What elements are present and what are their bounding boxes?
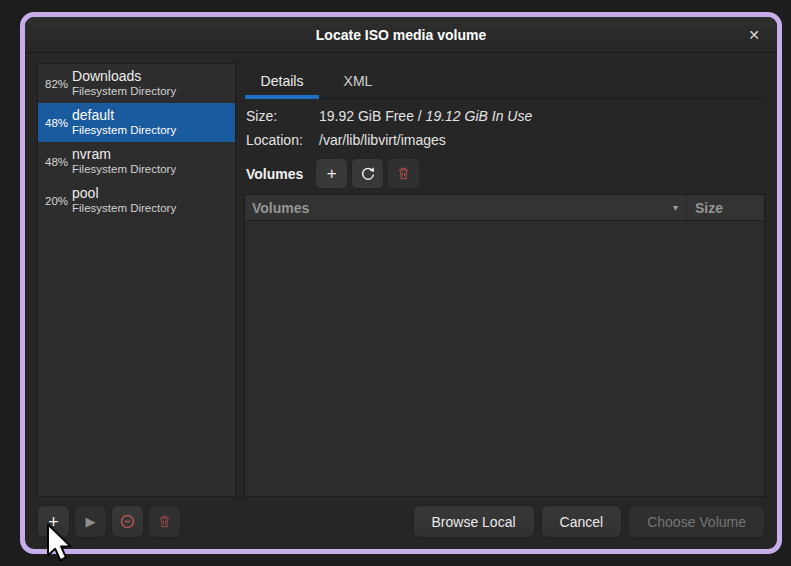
volumes-toolbar: Volumes + [246, 158, 765, 189]
pool-type: Filesystem Directory [72, 202, 176, 216]
refresh-volumes-button[interactable] [351, 158, 384, 189]
pool-row-nvram[interactable]: 48% nvram Filesystem Directory [38, 142, 235, 181]
start-pool-button[interactable]: ▶ [74, 505, 107, 538]
plus-icon: + [327, 165, 337, 182]
cancel-button[interactable]: Cancel [541, 505, 623, 538]
pool-name: Downloads [72, 68, 176, 85]
desktop-background: Locate ISO media volume ✕ 82% Downloads … [0, 0, 791, 566]
pool-row-downloads[interactable]: 82% Downloads Filesystem Directory [38, 64, 235, 103]
pool-type: Filesystem Directory [72, 163, 176, 177]
pool-info: Size: 19.92 GiB Free / 19.12 GiB In Use … [244, 99, 765, 156]
dialog-body: 82% Downloads Filesystem Directory 48% d… [25, 53, 777, 497]
size-row: Size: 19.92 GiB Free / 19.12 GiB In Use [246, 108, 765, 124]
size-label: Size: [246, 108, 319, 124]
dialog-footer: + ▶ [25, 505, 777, 538]
pool-details-panel: Details XML Size: 19.92 GiB Free / 19.12… [244, 63, 765, 497]
pool-usage-percent: 20% [38, 195, 68, 207]
location-value: /var/lib/libvirt/images [319, 132, 446, 148]
pool-type: Filesystem Directory [72, 85, 176, 99]
pool-row-pool[interactable]: 20% pool Filesystem Directory [38, 181, 235, 220]
add-pool-button[interactable]: + [37, 505, 70, 538]
titlebar[interactable]: Locate ISO media volume ✕ [25, 17, 777, 53]
pool-row-default[interactable]: 48% default Filesystem Directory [38, 103, 235, 142]
pool-usage-percent: 48% [38, 117, 68, 129]
tab-details[interactable]: Details [244, 63, 320, 98]
pool-name: nvram [72, 146, 176, 163]
plus-icon: + [48, 513, 59, 531]
location-row: Location: /var/lib/libvirt/images [246, 132, 765, 148]
close-icon[interactable]: ✕ [743, 25, 765, 45]
choose-volume-button[interactable]: Choose Volume [628, 505, 765, 538]
tab-xml[interactable]: XML [320, 63, 396, 98]
sort-descending-icon[interactable]: ▾ [673, 202, 678, 213]
refresh-icon [360, 166, 376, 182]
locate-iso-dialog: Locate ISO media volume ✕ 82% Downloads … [20, 12, 782, 554]
trash-icon [396, 166, 411, 181]
pool-name: pool [72, 185, 176, 202]
trash-icon [157, 514, 172, 529]
pool-name: default [72, 107, 176, 124]
pool-actions: + ▶ [37, 505, 181, 538]
delete-volume-button[interactable] [387, 158, 420, 189]
volumes-heading: Volumes [246, 166, 303, 182]
add-volume-button[interactable]: + [315, 158, 348, 189]
details-tab-bar: Details XML [244, 63, 765, 99]
volumes-table-body[interactable] [245, 221, 764, 496]
pool-usage-percent: 82% [38, 78, 68, 90]
column-header-size[interactable]: Size [687, 195, 764, 220]
stop-pool-button[interactable] [111, 505, 144, 538]
play-icon: ▶ [86, 515, 96, 528]
volumes-table-header: Volumes ▾ Size [245, 195, 764, 221]
column-header-volumes[interactable]: Volumes ▾ [245, 195, 687, 220]
pool-usage-percent: 48% [38, 156, 68, 168]
size-value: 19.92 GiB Free / 19.12 GiB In Use [319, 108, 532, 124]
dialog-title: Locate ISO media volume [316, 27, 486, 43]
volumes-table: Volumes ▾ Size [244, 194, 765, 497]
pool-type: Filesystem Directory [72, 124, 176, 138]
stop-circle-minus-icon [119, 513, 136, 530]
delete-pool-button[interactable] [148, 505, 181, 538]
location-label: Location: [246, 132, 319, 148]
browse-local-button[interactable]: Browse Local [413, 505, 535, 538]
storage-pool-list: 82% Downloads Filesystem Directory 48% d… [37, 63, 236, 497]
dialog-actions: Browse Local Cancel Choose Volume [413, 505, 765, 538]
